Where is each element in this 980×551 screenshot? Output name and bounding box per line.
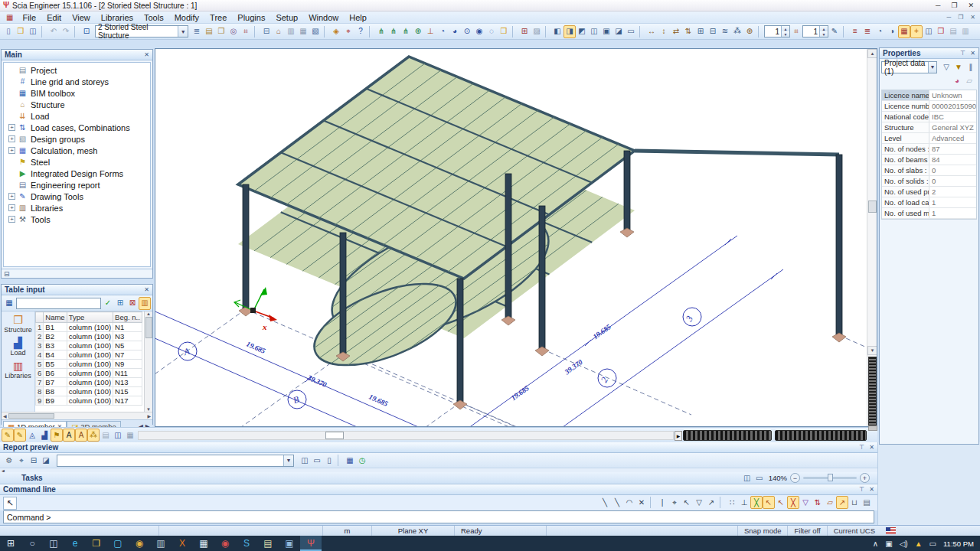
tree-item-bim-toolbox[interactable]: + ▦ BIM toolbox xyxy=(4,87,150,99)
tree-item-load-cases[interactable]: + ⇅ Load cases, Combinations xyxy=(4,122,150,133)
single-page-icon[interactable]: ▯ xyxy=(323,454,335,467)
notes-app[interactable]: ▤ xyxy=(257,536,279,551)
snap-node-icon[interactable]: ↖ xyxy=(775,496,787,509)
array-icon[interactable]: ⊞ xyxy=(694,25,707,38)
layout-icon[interactable]: ◫ xyxy=(112,429,124,442)
status-cell[interactable] xyxy=(159,526,323,536)
view-x-icon[interactable]: ◧ xyxy=(551,25,564,38)
document-icon[interactable]: ▧ xyxy=(309,25,322,38)
close-icon[interactable]: ✕ xyxy=(869,444,874,451)
zoom-in-button[interactable]: + xyxy=(860,473,870,483)
find-icon[interactable]: ⌖ xyxy=(15,454,28,467)
tasks-panel[interactable]: Tasks ◫▭ 140% − + xyxy=(0,472,877,484)
minimize-button[interactable]: ─ xyxy=(936,2,940,9)
status-toggle[interactable]: Current UCS xyxy=(827,526,881,536)
zoom-slider[interactable] xyxy=(803,477,857,479)
edge-app[interactable]: e xyxy=(64,536,86,551)
view-front-icon[interactable]: ◪ xyxy=(612,25,625,38)
section-icon[interactable]: ≡ xyxy=(849,25,861,38)
menu-item[interactable]: Help xyxy=(344,12,372,23)
open-libraries-icon[interactable]: ❒ xyxy=(498,25,510,38)
table-horizontal-scrollbar[interactable]: ◀ ▶ xyxy=(2,412,152,419)
column-header[interactable]: Name xyxy=(44,312,67,323)
snap-intersection-icon[interactable]: ╳ xyxy=(787,496,799,509)
dock-icon[interactable]: ⊟ xyxy=(4,271,10,278)
view-y-icon[interactable]: ◨ xyxy=(564,25,576,38)
flag-icon[interactable]: ⚑ xyxy=(51,429,63,442)
params-icon[interactable]: ▤ xyxy=(947,25,959,38)
property-row[interactable]: No. of used prof... 2 xyxy=(882,187,976,197)
book-icon[interactable]: ▤ xyxy=(100,429,112,442)
print-preview-icon[interactable]: ⌂ xyxy=(273,25,285,38)
render-icon[interactable]: ◎ xyxy=(227,25,240,38)
structure-3d-view[interactable]: 19.685 39.370 19.685 19.685 39.370 19.68… xyxy=(155,49,867,427)
app-button[interactable]: ▥ xyxy=(150,536,172,551)
tree-item-steel[interactable]: + ⚑ Steel xyxy=(4,156,150,168)
filter-icon[interactable]: ▽ xyxy=(940,60,952,73)
scia-engineer-app[interactable]: Ψ xyxy=(300,536,322,551)
mdi-restore-button[interactable]: ❐ xyxy=(958,14,963,21)
media-app[interactable]: ◉ xyxy=(214,536,236,551)
table-row[interactable]: 6B6column (100)N11 xyxy=(36,369,142,378)
chrome-app[interactable]: ◉ xyxy=(129,536,150,551)
status-cell[interactable]: Ready xyxy=(455,526,547,536)
snap-line-icon[interactable]: ╲ xyxy=(599,496,611,509)
connect-members-icon[interactable]: ⋔ xyxy=(387,25,400,38)
report-preview-header[interactable]: Report preview ⊤✕ xyxy=(0,442,877,453)
scroll-right-icon[interactable]: ▶ xyxy=(147,413,151,419)
command-input[interactable]: Command > xyxy=(3,510,874,523)
network-icon[interactable]: ▣ xyxy=(885,540,892,548)
zoom-in-icon[interactable]: ◔ xyxy=(436,25,449,38)
store-app[interactable]: ▢ xyxy=(107,536,129,551)
column-header[interactable]: Beg. n.. xyxy=(113,312,142,323)
tree-item-integrated-design-forms[interactable]: + ▶ Integrated Design Forms xyxy=(4,168,150,179)
chart-colors-icon[interactable]: ◕ xyxy=(951,74,963,87)
rotation-bar-left[interactable] xyxy=(683,430,772,441)
extend-icon[interactable]: ⊕ xyxy=(743,25,756,38)
level-apply-icon[interactable]: ✎ xyxy=(828,25,841,38)
open-project-icon[interactable]: ❒ xyxy=(15,25,27,38)
snap-button[interactable] xyxy=(720,497,724,508)
property-row[interactable]: Licence name Unknown xyxy=(882,90,976,101)
menu-item[interactable]: File xyxy=(17,12,41,23)
menu-item[interactable]: Plugins xyxy=(232,12,270,23)
snap-ortho-icon[interactable]: ▽ xyxy=(799,496,812,509)
view-axo-icon[interactable]: ◫ xyxy=(588,25,600,38)
snap-plane-icon[interactable]: ⊔ xyxy=(848,496,861,509)
scrollbar-thumb[interactable] xyxy=(8,413,54,419)
grid-display-icon[interactable]: ▦ xyxy=(124,429,136,442)
axis-label-icon[interactable]: ◬ xyxy=(26,429,38,442)
new-table-icon[interactable]: ⊞ xyxy=(114,297,126,310)
snap-arc-center-icon[interactable]: ⇅ xyxy=(812,496,824,509)
file-explorer-app[interactable]: ❒ xyxy=(86,536,107,551)
close-button[interactable]: ✕ xyxy=(968,2,974,9)
browser-icon[interactable]: ▨ xyxy=(531,25,543,38)
settings-icon[interactable]: ⚙ xyxy=(3,454,15,467)
chevron-down-icon[interactable]: ▼ xyxy=(928,62,936,73)
zoom-out-icon[interactable]: ◕ xyxy=(449,25,461,38)
clipboard-icon[interactable]: ▤ xyxy=(203,25,215,38)
hanging-nodes-icon[interactable]: ⊥ xyxy=(424,25,436,38)
confirm-icon[interactable]: ✓ xyxy=(102,297,114,310)
snap-button[interactable] xyxy=(650,497,655,508)
close-icon[interactable]: ✕ xyxy=(869,486,874,493)
zoom-slider-knob[interactable] xyxy=(828,474,833,481)
expand-icon[interactable]: + xyxy=(8,147,15,154)
volumes-icon[interactable]: ◑ xyxy=(886,25,898,38)
scale-icon[interactable]: ≋ xyxy=(719,25,731,38)
model-viewport[interactable]: 19.685 39.370 19.685 19.685 39.370 19.68… xyxy=(155,48,877,427)
property-row[interactable]: Level Advanced xyxy=(882,133,976,144)
table-row[interactable]: 3B3column (100)N5 xyxy=(36,341,142,350)
gallery-icon[interactable]: ▥ xyxy=(285,25,297,38)
new-project-icon[interactable]: ▯ xyxy=(2,25,15,38)
status-cell[interactable]: Plane XY xyxy=(372,526,455,536)
print-report-icon[interactable]: ⊟ xyxy=(28,454,40,467)
column-header[interactable]: Type xyxy=(67,312,113,323)
menu-item[interactable]: Tree xyxy=(204,12,232,23)
save-icon[interactable]: ◫ xyxy=(27,25,39,38)
fast-grid-icon[interactable]: ▦ xyxy=(898,25,910,38)
pin-icon[interactable]: ⊤ xyxy=(859,486,864,493)
save-view-icon[interactable]: ◫ xyxy=(923,25,935,38)
volume-icon[interactable]: ◁) xyxy=(900,540,908,548)
snap-settings-icon[interactable]: ▤ xyxy=(861,496,873,509)
